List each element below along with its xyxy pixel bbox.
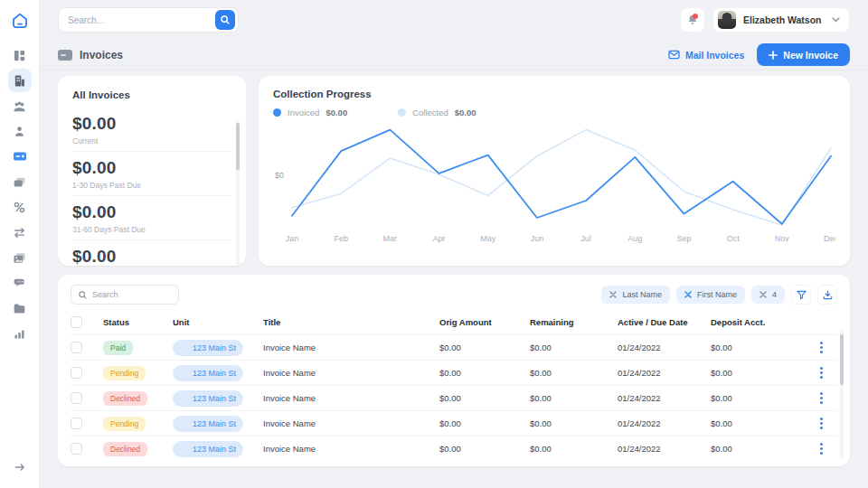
status-badge: Paid (103, 341, 133, 355)
row-checkbox[interactable] (71, 367, 82, 379)
table-tools: Last NameFirst Name4 (601, 285, 837, 305)
app-logo[interactable] (8, 9, 32, 33)
mail-invoices-button[interactable]: Mail Invoices (668, 50, 744, 61)
new-invoice-button[interactable]: New Invoice (757, 43, 850, 66)
sidebar-item-dashboard[interactable] (8, 43, 32, 67)
row-menu-button[interactable] (818, 416, 825, 431)
unit-link[interactable]: 123 Main St (173, 416, 243, 432)
x-tick-label: Jul (580, 234, 591, 243)
remaining-cell: $0.00 (530, 343, 618, 352)
collection-progress-title: Collection Progress (273, 89, 835, 99)
status-badge: Declined (103, 391, 147, 406)
filter-chip[interactable]: 4 (751, 286, 785, 304)
user-name: Elizabeth Watson (743, 14, 825, 25)
x-tick-label: Mar (383, 234, 398, 243)
orig-amount-cell: $0.00 (439, 418, 530, 428)
close-icon[interactable] (684, 291, 692, 298)
sidebar-item-leasing[interactable] (8, 195, 32, 219)
global-search (58, 7, 239, 33)
user-menu[interactable]: Elizabeth Watson (712, 7, 850, 33)
select-all-checkbox[interactable] (71, 316, 82, 328)
filter-chip[interactable]: Last Name (601, 286, 670, 304)
invoice-aging-item: $0.0031-60 Days Past Due (72, 196, 231, 240)
filter-chip-label: 4 (772, 290, 777, 299)
invoiced-dot-icon (273, 108, 281, 117)
collection-progress-card: Collection Progress Invoiced $0.00 Colle… (259, 76, 850, 266)
sidebar-item-contacts[interactable] (8, 119, 32, 143)
close-icon[interactable] (760, 291, 767, 298)
arrow-right-icon (14, 461, 26, 474)
column-header: Orig Amount (439, 317, 530, 327)
all-invoices-card: All Invoices $0.00Current$0.001-30 Days … (58, 76, 246, 266)
table-row[interactable]: Pending 123 Main St Invoice Name $0.00 $… (71, 360, 837, 385)
filter-chip[interactable]: First Name (676, 286, 745, 304)
sidebar-item-transactions[interactable] (8, 221, 32, 244)
row-checkbox[interactable] (71, 342, 82, 353)
x-tick-label: Apr (433, 234, 446, 243)
filter-chip-label: Last Name (622, 290, 662, 299)
table-row[interactable]: Pending 123 Main St Invoice Name $0.00 $… (71, 410, 837, 436)
download-icon (822, 289, 834, 301)
deposit-acct-cell: $0.00 (711, 418, 797, 428)
sidebar-collapse[interactable] (14, 461, 26, 477)
aging-scrollbar-thumb[interactable] (236, 123, 240, 170)
table-search-input[interactable] (92, 290, 172, 299)
row-checkbox[interactable] (71, 418, 82, 429)
funnel-icon (796, 289, 807, 301)
sidebar-item-media[interactable] (8, 246, 32, 269)
due-date-cell: 01/24/2022 (618, 393, 711, 403)
unit-link[interactable]: 123 Main St (173, 340, 243, 356)
export-button[interactable] (817, 285, 837, 305)
aging-list: $0.00Current$0.001-30 Days Past Due$0.00… (72, 108, 231, 266)
table-scrollbar-thumb[interactable] (840, 334, 844, 385)
notifications-button[interactable] (680, 7, 705, 33)
row-menu-button[interactable] (818, 390, 825, 406)
sidebar-item-payments[interactable] (8, 170, 32, 193)
remaining-cell: $0.00 (530, 444, 618, 454)
table-row[interactable]: Paid 123 Main St Invoice Name $0.00 $0.0… (71, 334, 837, 360)
unit-link[interactable]: 123 Main St (173, 365, 243, 381)
sidebar-item-reports[interactable] (8, 322, 32, 345)
row-menu-button[interactable] (818, 365, 825, 380)
sidebar-item-tenants[interactable] (8, 94, 32, 117)
sidebar-item-files[interactable] (8, 296, 32, 320)
invoice-title-cell: Invoice Name (263, 418, 439, 428)
unit-photo (175, 418, 188, 430)
global-search-button[interactable] (215, 10, 235, 30)
line-chart: $0JanFebMarAprMayJunJulAugSepOctNovDec (273, 119, 835, 246)
row-menu-button[interactable] (818, 441, 825, 456)
close-icon[interactable] (609, 291, 617, 298)
unit-name: 123 Main St (193, 419, 236, 428)
series-line-invoiced (292, 130, 831, 224)
row-checkbox[interactable] (71, 392, 82, 404)
x-tick-label: Jun (531, 234, 544, 243)
sidebar-item-invoices[interactable] (8, 145, 32, 168)
invoice-title-cell: Invoice Name (263, 444, 439, 454)
global-search-input[interactable] (68, 15, 215, 25)
row-menu-button[interactable] (818, 340, 825, 355)
home-logo-icon (9, 10, 31, 32)
bar-chart-icon (13, 327, 26, 341)
sidebar-nav (8, 43, 32, 345)
x-tick-label: Dec (824, 234, 835, 243)
sidebar-item-messages[interactable] (8, 271, 32, 295)
filter-button[interactable] (791, 285, 811, 305)
filter-chip-label: First Name (697, 290, 737, 299)
table-row[interactable]: Declined 123 Main St Invoice Name $0.00 … (71, 385, 837, 410)
row-checkbox[interactable] (71, 443, 82, 455)
image-stack-icon (13, 251, 26, 265)
cards-icon (13, 175, 26, 189)
invoice-aging-item: $0.00Current (72, 108, 231, 152)
unit-link[interactable]: 123 Main St (173, 390, 243, 407)
invoice-badge-icon (13, 149, 27, 164)
sidebar-item-properties[interactable] (8, 69, 32, 92)
invoice-title-cell: Invoice Name (263, 368, 439, 378)
aging-label: Current (72, 136, 231, 145)
search-icon (78, 290, 88, 300)
table-row[interactable]: Declined 123 Main St Invoice Name $0.00 … (71, 436, 837, 461)
percent-icon (13, 201, 26, 214)
unit-link[interactable]: 123 Main St (173, 441, 243, 457)
invoice-aging-item: $0.00 (72, 240, 231, 266)
app-root: Elizabeth Watson Invoices Mail Invoices (0, 0, 868, 488)
table-header: StatusUnitTitleOrig AmountRemainingActiv… (71, 309, 837, 334)
